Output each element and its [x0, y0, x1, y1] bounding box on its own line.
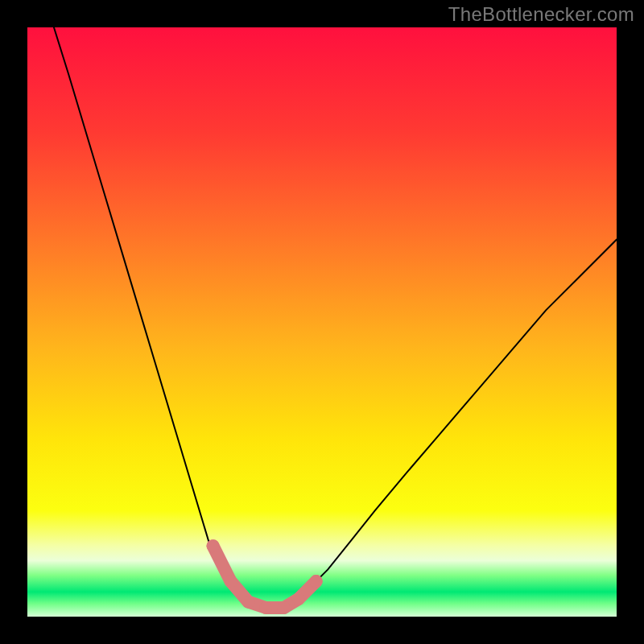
watermark-text: TheBottlenecker.com: [448, 3, 634, 26]
curve-left-branch: [54, 27, 278, 611]
marker-dot: [259, 601, 272, 614]
marker-dot: [207, 539, 220, 552]
marker-group: [207, 539, 323, 614]
marker-dot: [292, 592, 305, 605]
plot-overlay: [27, 27, 617, 617]
marker-dot: [242, 596, 255, 609]
marker-dot: [225, 575, 237, 588]
curve-right-branch: [278, 240, 617, 611]
marker-dot: [277, 601, 290, 614]
marker-dot: [310, 575, 323, 588]
curve-group: [54, 27, 617, 611]
chart-container: TheBottlenecker.com: [0, 0, 644, 644]
